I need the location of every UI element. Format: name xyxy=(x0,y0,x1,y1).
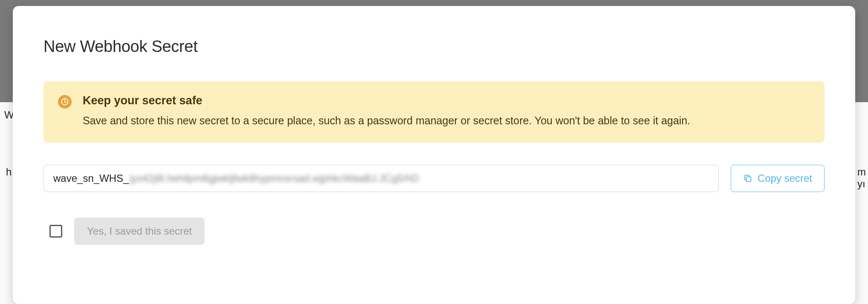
svg-rect-1 xyxy=(746,177,751,181)
copy-secret-label: Copy secret xyxy=(758,172,812,184)
copy-icon xyxy=(743,174,752,183)
secret-prefix: wave_sn_WHS_ xyxy=(53,172,129,184)
new-webhook-secret-modal: New Webhook Secret Keep your secret safe… xyxy=(13,6,855,304)
clock-icon xyxy=(58,95,72,109)
modal-title: New Webhook Secret xyxy=(43,37,825,56)
copy-secret-button[interactable]: Copy secret xyxy=(731,165,825,192)
backdrop-text-fragment: h xyxy=(6,166,12,178)
alert-title: Keep your secret safe xyxy=(83,94,810,107)
secret-value-field[interactable]: wave_sn_WHS_ jys42j8l.hehilpm8gjwkljfwk8… xyxy=(43,165,719,192)
keep-secret-safe-alert: Keep your secret safe Save and store thi… xyxy=(43,81,825,143)
alert-text: Save and store this new secret to a secu… xyxy=(83,113,810,128)
saved-secret-button[interactable]: Yes, I saved this secret xyxy=(74,218,205,245)
confirm-row: Yes, I saved this secret xyxy=(43,218,825,245)
alert-content: Keep your secret safe Save and store thi… xyxy=(83,94,810,128)
secret-row: wave_sn_WHS_ jys42j8l.hehilpm8gjwkljfwk8… xyxy=(43,165,825,192)
saved-secret-checkbox[interactable] xyxy=(49,225,62,238)
secret-masked: jys42j8l.hehilpm8gjwkljfwk8hypmvsrsad.wj… xyxy=(130,172,419,184)
backdrop-text-fragment: myı xyxy=(857,166,866,190)
